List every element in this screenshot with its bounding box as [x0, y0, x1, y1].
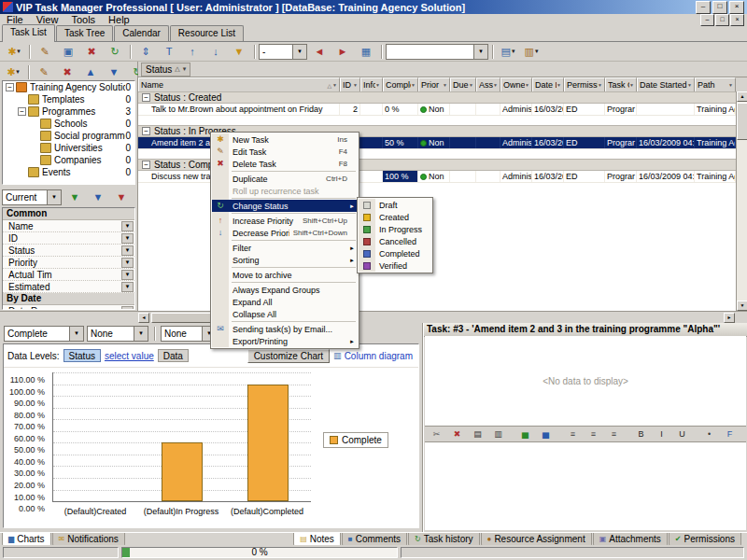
column-header-permission[interactable]: Permission▼ [564, 77, 605, 91]
context-menu-item-sorting[interactable]: Sorting► [212, 254, 358, 266]
task-row-2[interactable]: Talk to Mr.Brown about appointment on Fr… [138, 104, 736, 116]
context-menu-item-collapse-all[interactable]: Collapse All [212, 308, 358, 320]
align-center-button[interactable]: ≡ [584, 427, 603, 442]
bold-button[interactable]: B [631, 427, 651, 442]
context-menu-item-filter[interactable]: Filter► [212, 242, 358, 254]
duplicate-task-button[interactable]: ▣ [57, 42, 79, 61]
column-filter-icon[interactable]: ▼ [728, 82, 733, 88]
context-menu-item-delete-task[interactable]: ✖Delete TaskF8 [212, 158, 358, 170]
group-row-status-created[interactable]: −Status : Created [138, 91, 736, 104]
column-header-date-started[interactable]: Date Started▼ [637, 77, 695, 91]
previous-period-button[interactable]: ◄ [308, 42, 331, 61]
context-menu-item-export-printing[interactable]: Export/Printing► [212, 335, 358, 347]
chart-x-combo[interactable]: None ▼ [87, 326, 148, 342]
edit-task-group-button[interactable]: ✎ [33, 63, 55, 81]
edit-task-button[interactable]: ✎ [34, 42, 56, 61]
new-task-group-button[interactable]: ✱▾ [2, 63, 24, 81]
column-filter-icon[interactable]: ▼ [443, 82, 447, 88]
status-option-in-progress[interactable]: In Progress [359, 223, 431, 235]
filter-row-estimated[interactable]: Estimated▼ [3, 281, 134, 293]
context-menu-item-sending-task-s-by-email[interactable]: ✉Sending task(s) by Email... [212, 323, 358, 335]
view-tab-task-tree[interactable]: Task Tree [56, 25, 113, 41]
context-menu-item-expand-all[interactable]: Expand All [212, 296, 358, 308]
column-filter-icon[interactable]: ▼ [557, 82, 561, 88]
collapse-group-icon[interactable]: − [142, 161, 150, 169]
layout-button[interactable]: ▥▾ [520, 42, 543, 61]
tree-item-events[interactable]: Events0 [3, 166, 134, 178]
context-menu-item-move-to-archive[interactable]: Move to archive [212, 269, 358, 281]
tree-item-schools[interactable]: Schools0 [3, 118, 134, 130]
customize-chart-button[interactable]: Customize Chart [247, 349, 330, 363]
move-group-down-button[interactable]: ▼ [103, 63, 125, 81]
scroll-up-button[interactable]: ▲ [737, 91, 747, 102]
bottom-tab-permissions[interactable]: ✔Permissions [669, 533, 741, 546]
column-filter-icon[interactable]: ▼ [493, 82, 498, 88]
chart-group-combo[interactable]: None ▼ [161, 326, 217, 342]
notes-editor-area[interactable] [425, 442, 746, 530]
filter-tasks-button[interactable]: ▼ [228, 42, 250, 61]
context-menu-item-edit-task[interactable]: ✎Edit TaskF4 [212, 146, 358, 158]
grid-vertical-scrollbar[interactable]: ▲ ▼ [736, 91, 747, 311]
delete-note-button[interactable]: ✖ [447, 427, 467, 442]
move-group-up-button[interactable]: ▲ [79, 63, 102, 81]
column-header-task-gr[interactable]: Task Gr▼ [605, 77, 637, 91]
move-task-up-button[interactable]: ↑ [181, 42, 204, 61]
sort-ascending-button[interactable]: ▅ [515, 427, 535, 442]
clear-filter-button[interactable]: ▼ [110, 188, 133, 206]
next-period-button[interactable]: ► [331, 42, 354, 61]
print-preview-button[interactable]: ▥ [488, 427, 508, 442]
column-header-complet[interactable]: Complet▼ [383, 77, 418, 91]
context-menu-item-always-expand-groups[interactable]: Always Expand Groups [212, 284, 358, 296]
columns-button[interactable]: ▤▾ [497, 42, 519, 61]
bar-default-completed[interactable] [247, 385, 289, 502]
column-header-info[interactable]: Info▼ [360, 77, 383, 91]
mdi-restore-button[interactable]: □ [715, 14, 729, 26]
expand-collapse-groups-button[interactable]: ⇕ [134, 42, 157, 61]
view-tab-task-list[interactable]: Task List [2, 24, 55, 42]
date-range-combo[interactable]: -▼ [259, 44, 307, 60]
view-tab-calendar[interactable]: Calendar [114, 25, 169, 41]
underline-button[interactable]: U [672, 427, 692, 442]
move-task-down-button[interactable]: ↓ [204, 42, 227, 61]
tree-item-training-agency-solution[interactable]: −Training Agency Solution0 [3, 81, 134, 93]
bottom-tab-task-history[interactable]: ↻Task history [408, 533, 480, 546]
context-menu-item-change-status[interactable]: ↻Change Status► [212, 200, 358, 212]
italic-button[interactable]: I [652, 427, 671, 442]
group-by-status-button[interactable]: Status △ ▾ [141, 63, 190, 77]
status-option-cancelled[interactable]: Cancelled [359, 235, 431, 247]
column-filter-icon[interactable]: ▼ [687, 82, 692, 88]
bullet-list-button[interactable]: • [699, 427, 719, 442]
collapse-group-icon[interactable]: − [142, 93, 150, 102]
align-right-button[interactable]: ≡ [604, 427, 624, 442]
filter-row-priority[interactable]: Priority▼ [3, 257, 134, 269]
tree-collapse-icon[interactable]: − [6, 83, 14, 91]
mdi-close-button[interactable]: × [730, 14, 744, 26]
horizontal-scrollbar[interactable]: ◄ ► [0, 311, 747, 323]
print-button[interactable]: ▤ [468, 427, 487, 442]
column-header-assig[interactable]: Assig▼ [476, 77, 500, 91]
column-filter-icon[interactable]: ▼ [525, 82, 529, 88]
font-decrease-button[interactable]: F [740, 427, 747, 442]
indent-task-button[interactable]: T [158, 42, 180, 61]
bar-default-in-progress[interactable] [162, 442, 203, 501]
maximize-button[interactable]: □ [712, 1, 727, 14]
cut-button[interactable]: ✂ [427, 427, 446, 442]
column-filter-icon[interactable]: ▼ [375, 82, 380, 88]
filter-row-status[interactable]: Status▼ [3, 245, 134, 257]
bottom-tab-notifications[interactable]: ✉Notifications [52, 533, 125, 546]
dropdown-icon[interactable]: ▼ [121, 258, 134, 268]
saved-view-combo[interactable]: ▼ [386, 44, 488, 60]
column-filter-icon[interactable]: ▼ [629, 82, 634, 88]
status-option-draft[interactable]: Draft [359, 199, 431, 211]
column-filter-icon[interactable]: ▼ [598, 82, 602, 88]
minimize-button[interactable]: – [696, 1, 711, 14]
dropdown-icon[interactable]: ▼ [121, 306, 134, 311]
column-diagram-button[interactable]: ▥ Column diagram [333, 351, 413, 361]
column-header-owne[interactable]: Owne▼ [500, 77, 532, 91]
scrollbar-thumb[interactable] [737, 103, 747, 140]
dropdown-icon[interactable]: ▼ [121, 270, 134, 280]
column-header-prior[interactable]: Prior▼ [418, 77, 450, 91]
column-filter-icon[interactable]: ▼ [353, 82, 358, 88]
tree-collapse-icon[interactable]: − [18, 107, 26, 116]
filter-row-id[interactable]: ID▼ [3, 232, 134, 245]
